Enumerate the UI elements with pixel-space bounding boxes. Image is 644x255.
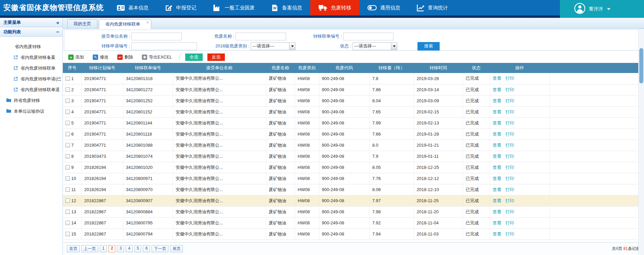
sidebar-collapse-icon[interactable]: « (56, 20, 59, 25)
view-link[interactable]: 查看 (493, 132, 501, 137)
nav-item-7[interactable]: 查询统计 (408, 0, 456, 15)
table-row-7[interactable]: 720190477134120801088安徽中久润滑油有限公...废矿物油HW… (63, 140, 644, 151)
row-checkbox[interactable] (66, 154, 70, 158)
invert-selection-button[interactable]: 反选 (207, 53, 225, 61)
row-checkbox[interactable] (66, 76, 70, 81)
toolbar-action-2[interactable]: ✎修改 (91, 54, 111, 60)
search-input-r1-2[interactable] (236, 33, 286, 40)
vertical-scrollbar[interactable] (638, 29, 644, 255)
page-first-button[interactable]: 首页 (67, 245, 80, 252)
tab-close-icon[interactable]: × (147, 21, 149, 25)
sidebar-item-2[interactable]: 省内危废转移备案 (0, 52, 63, 63)
view-link[interactable]: 查看 (493, 176, 501, 181)
page-next-button[interactable]: 下一页 (152, 245, 168, 252)
row-checkbox[interactable] (66, 132, 70, 136)
tab-manifest[interactable]: 省内危废转移联单 × (99, 19, 151, 29)
print-link[interactable]: 打印 (506, 176, 514, 181)
view-link[interactable]: 查看 (493, 109, 501, 114)
sidebar-item-4[interactable]: 省内危废转移申请(已 (0, 74, 63, 84)
search-input-r1-3[interactable] (343, 33, 394, 40)
page-button-5[interactable]: 5 (134, 245, 142, 252)
page-prev-button[interactable]: 上一页 (81, 245, 98, 252)
view-link[interactable]: 查看 (493, 120, 501, 125)
print-link[interactable]: 打印 (506, 198, 514, 203)
print-link[interactable]: 打印 (506, 231, 514, 236)
table-row-9[interactable]: 920182619434120801020安徽中久润滑油有限公...废矿物油HW… (63, 162, 644, 173)
tab-home[interactable]: 我的主页 (67, 19, 97, 28)
select-all-button[interactable]: 全选 (185, 53, 203, 61)
table-row-2[interactable]: 220190477134120801272安徽中久润滑油有限公...废矿物油HW… (63, 84, 644, 95)
table-row-12[interactable]: 1220182286734120800907安徽中久润滑油有限公...废矿物油H… (63, 195, 644, 206)
print-link[interactable]: 打印 (506, 209, 514, 214)
print-link[interactable]: 打印 (506, 87, 514, 92)
page-last-button[interactable]: 尾页 (170, 245, 183, 252)
table-row-8[interactable]: 820190347334120801074安徽中久润滑油有限公...废矿物油HW… (63, 151, 644, 162)
table-row-11[interactable]: 1120182619434120800970安徽中久润滑油有限公...废矿物油H… (63, 184, 644, 195)
search-input-r1-1[interactable] (131, 33, 182, 40)
search-select-r2-2[interactable]: ---请选择--- (251, 42, 295, 50)
print-link[interactable]: 打印 (506, 120, 514, 125)
nav-item-5[interactable]: 危废转移 (310, 0, 359, 15)
row-checkbox[interactable] (66, 176, 70, 181)
sidebar-minimize-icon[interactable]: − (56, 29, 59, 34)
view-link[interactable]: 查看 (493, 187, 501, 192)
nav-item-1[interactable]: 基本信息 (109, 0, 157, 15)
search-input-r2-1[interactable] (131, 42, 197, 50)
toolbar-action-1[interactable]: ＋添加 (66, 54, 86, 60)
nav-item-6[interactable]: 通用信息 (359, 0, 408, 15)
view-link[interactable]: 查看 (493, 220, 501, 225)
toolbar-action-4[interactable]: ✱导出EXCEL (140, 54, 174, 60)
row-checkbox[interactable] (66, 221, 70, 225)
table-row-6[interactable]: 620190477134120801118安徽中久润滑油有限公...废矿物油HW… (63, 129, 644, 140)
print-link[interactable]: 打印 (506, 187, 514, 192)
table-row-15[interactable]: 1520182286734120800794安徽中久润滑油有限公...废矿物油H… (63, 228, 644, 240)
row-checkbox[interactable] (66, 165, 70, 170)
page-button-2[interactable]: 2 (109, 245, 116, 252)
page-button-6[interactable]: 6 (143, 245, 150, 252)
user-area[interactable]: 董洋洋 (560, 0, 644, 18)
search-button[interactable]: 搜索 (417, 42, 440, 50)
row-checkbox[interactable] (66, 87, 70, 92)
view-link[interactable]: 查看 (493, 231, 501, 236)
table-row-3[interactable]: 320190477134120801252安徽中久润滑油有限公...废矿物油HW… (63, 95, 644, 106)
scrollbar-thumb[interactable] (639, 48, 643, 83)
sidebar-item-7[interactable]: 本单位运输协议 (0, 106, 63, 117)
sidebar-item-3[interactable]: 省内危废转移联单 (0, 63, 63, 74)
print-link[interactable]: 打印 (506, 109, 514, 114)
nav-item-2[interactable]: 申报登记 (157, 0, 204, 15)
nav-item-3[interactable]: 一般工业固废 (204, 0, 263, 15)
table-row-4[interactable]: 420190477134120801152安徽中久润滑油有限公...废矿物油HW… (63, 106, 644, 117)
print-link[interactable]: 打印 (506, 98, 514, 103)
view-link[interactable]: 查看 (493, 154, 501, 159)
table-row-10[interactable]: 1020182619434120800971安徽中久润滑油有限公...废矿物油H… (63, 173, 644, 184)
print-link[interactable]: 打印 (506, 132, 514, 137)
row-checkbox[interactable] (66, 143, 70, 147)
row-checkbox[interactable] (66, 99, 70, 103)
sidebar-item-5[interactable]: 省内危废转移联单退 (0, 84, 63, 95)
view-link[interactable]: 查看 (493, 198, 501, 203)
toolbar-action-3[interactable]: ↩删除 (115, 54, 135, 60)
view-link[interactable]: 查看 (493, 87, 501, 92)
view-link[interactable]: 查看 (493, 209, 501, 214)
row-checkbox[interactable] (66, 198, 70, 203)
row-checkbox[interactable] (66, 187, 70, 192)
row-checkbox[interactable] (66, 210, 70, 214)
sidebar-item-1[interactable]: 省内危废转移 (0, 41, 63, 52)
page-button-3[interactable]: 3 (117, 245, 124, 252)
page-button-4[interactable]: 4 (126, 245, 133, 252)
print-link[interactable]: 打印 (506, 165, 514, 170)
table-row-5[interactable]: 520190477134120801144安徽中久润滑油有限公...废矿物油HW… (63, 117, 644, 129)
view-link[interactable]: 查看 (493, 143, 501, 148)
view-link[interactable]: 查看 (493, 76, 501, 81)
sidebar-item-6[interactable]: 跨省危废转移 (0, 95, 63, 106)
select-arrow-icon[interactable] (289, 43, 295, 50)
table-row-14[interactable]: 1420182286734120800795安徽中久润滑油有限公...废矿物油H… (63, 217, 644, 228)
row-checkbox[interactable] (66, 110, 70, 114)
view-link[interactable]: 查看 (493, 165, 501, 170)
print-link[interactable]: 打印 (506, 143, 514, 148)
row-checkbox[interactable] (66, 232, 70, 236)
print-link[interactable]: 打印 (506, 220, 514, 225)
search-select-r2-3[interactable]: ---请选择--- (353, 42, 397, 50)
table-row-13[interactable]: 1320182286734120800884安徽中久润滑油有限公...废矿物油H… (63, 206, 644, 217)
table-row-1[interactable]: 120190477134120801318安徽中久润滑油有限公...废矿物油HW… (63, 73, 644, 84)
